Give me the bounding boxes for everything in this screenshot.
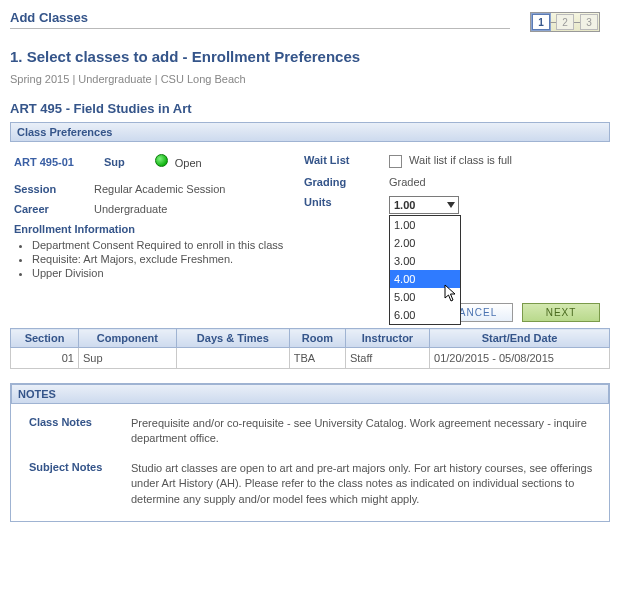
course-title: ART 495 - Field Studies in Art: [10, 101, 610, 116]
cell-dates: 01/20/2015 - 05/08/2015: [430, 348, 610, 369]
step-2[interactable]: 2: [556, 14, 574, 30]
subject-notes-label: Subject Notes: [21, 461, 131, 507]
enrollment-info-heading: Enrollment Information: [14, 223, 284, 235]
col-component: Component: [79, 329, 177, 348]
cell-instructor: Staff: [345, 348, 429, 369]
section-heading: 1. Select classes to add - Enrollment Pr…: [10, 48, 610, 65]
subject-notes-text: Studio art classes are open to art and p…: [131, 461, 599, 507]
col-section: Section: [11, 329, 79, 348]
class-preferences-bar: Class Preferences: [10, 122, 610, 142]
cell-component: Sup: [79, 348, 177, 369]
cell-section: 01: [11, 348, 79, 369]
enrollment-info-list: Department Consent Required to enroll in…: [32, 239, 284, 279]
step-3[interactable]: 3: [580, 14, 598, 30]
col-days: Days & Times: [176, 329, 289, 348]
col-instructor: Instructor: [345, 329, 429, 348]
waitlist-text: Wait list if class is full: [409, 154, 512, 166]
grading-value: Graded: [389, 176, 426, 188]
units-selected-value: 1.00: [394, 199, 415, 211]
units-option[interactable]: 1.00: [390, 216, 460, 234]
units-option[interactable]: 4.00: [390, 270, 460, 288]
col-room: Room: [289, 329, 345, 348]
notes-bar: NOTES: [11, 384, 609, 404]
class-section-link[interactable]: ART 495-01: [14, 156, 74, 168]
term-context: Spring 2015 | Undergraduate | CSU Long B…: [10, 73, 610, 85]
step-1[interactable]: 1: [532, 14, 550, 30]
units-option[interactable]: 2.00: [390, 234, 460, 252]
status-text: Open: [175, 157, 202, 169]
units-option[interactable]: 6.00: [390, 306, 460, 324]
list-item: Upper Division: [32, 267, 284, 279]
schedule-table: Section Component Days & Times Room Inst…: [10, 328, 610, 369]
col-dates: Start/End Date: [430, 329, 610, 348]
cell-days: [176, 348, 289, 369]
units-option[interactable]: 3.00: [390, 252, 460, 270]
session-value: Regular Academic Session: [94, 183, 225, 195]
class-notes-text: Prerequisite and/or co-requisite - see U…: [131, 416, 599, 447]
chevron-down-icon: [447, 202, 455, 208]
session-label: Session: [14, 183, 94, 195]
cell-room: TBA: [289, 348, 345, 369]
component-label: Sup: [104, 156, 125, 168]
progress-stepper: 1 2 3: [530, 12, 600, 32]
units-option[interactable]: 5.00: [390, 288, 460, 306]
career-value: Undergraduate: [94, 203, 167, 215]
career-label: Career: [14, 203, 94, 215]
units-select[interactable]: 1.00 1.00 2.00 3.00 4.00 5.00 6.00: [389, 196, 459, 214]
status-open-icon: [155, 154, 168, 167]
waitlist-checkbox[interactable]: [389, 155, 402, 168]
units-label: Units: [304, 196, 389, 214]
page-title: Add Classes: [10, 10, 510, 29]
table-row: 01 Sup TBA Staff 01/20/2015 - 05/08/2015: [11, 348, 610, 369]
grading-label: Grading: [304, 176, 389, 188]
units-dropdown[interactable]: 1.00 2.00 3.00 4.00 5.00 6.00: [389, 215, 461, 325]
class-notes-label: Class Notes: [21, 416, 131, 447]
next-button[interactable]: NEXT: [522, 303, 600, 322]
list-item: Requisite: Art Majors, exclude Freshmen.: [32, 253, 284, 265]
list-item: Department Consent Required to enroll in…: [32, 239, 284, 251]
waitlist-label: Wait List: [304, 154, 389, 168]
